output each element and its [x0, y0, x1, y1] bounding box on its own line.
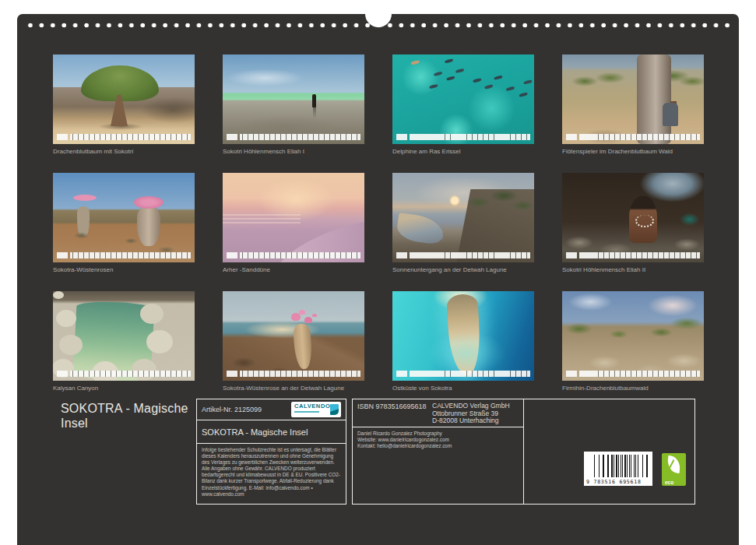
thumbnail-image-rose-lagoon	[223, 291, 364, 381]
calvendo-logo-icon	[330, 404, 339, 415]
photo-detail	[562, 54, 704, 144]
thumbnail-image-east-coast	[392, 291, 534, 381]
thumbnail-caption: Kalysan Canyon	[53, 385, 195, 392]
isbn-number: ISBN 9783516695618	[357, 403, 432, 424]
mini-calendar-strip	[566, 134, 700, 140]
calendar-page-thumbnail: Drachenblutbaum mit Sokotri	[53, 54, 195, 155]
thumbnail-image-tidal-flat	[223, 54, 364, 144]
mini-calendar-strip	[566, 371, 700, 377]
article-number-row: Artikel-Nr. 2125099 CALVENDO	[197, 399, 346, 420]
calvendo-logo: CALVENDO	[291, 402, 341, 417]
thumbnail-image-flute-player	[562, 54, 704, 144]
photo-detail	[562, 291, 704, 381]
photo-detail	[223, 54, 364, 144]
publisher-box: ISBN 9783516695618 CALVENDO Verlag GmbH …	[352, 399, 695, 505]
thumbnail-caption: Sokotri Höhlenmensch Eliah II	[562, 266, 704, 273]
photo-detail	[392, 54, 402, 57]
eco-label: eco	[665, 480, 673, 485]
thumbnail-image-desert-roses	[53, 173, 195, 262]
mini-calendar-strip	[227, 252, 360, 258]
product-title-row: SOKOTRA - Magische Insel	[197, 420, 346, 444]
legal-notice: Infolge bestehender Schutzrechte ist es …	[197, 444, 346, 501]
publisher-address: CALVENDO Verlag GmbH Ottobrunner Straße …	[432, 403, 510, 424]
calendar-page-thumbnail: Sokotri Höhlenmensch Eliah II	[562, 173, 704, 273]
thumbnail-caption: Sokotra-Wüstenrose an der Detwah Lagune	[223, 385, 364, 392]
thumbnail-image-sand-dune	[223, 173, 364, 262]
thumbnail-caption: Drachenblutbaum mit Sokotri	[53, 148, 195, 155]
mini-calendar-strip	[396, 134, 530, 140]
mini-calendar-strip	[566, 252, 700, 258]
photo-detail	[98, 123, 143, 130]
photographer-website: Website: www.danielricardogonzalez.com	[357, 437, 449, 442]
photo-detail	[562, 173, 704, 262]
photo-detail	[392, 173, 534, 262]
calendar-title: SOKOTRA - Magische Insel	[61, 401, 188, 431]
thumbnail-caption: Delphine am Ras Erissel	[392, 148, 534, 155]
photographer-info: Daniel Ricardo Gonzalez Photography Webs…	[353, 427, 523, 452]
eco-badge: eco	[662, 453, 686, 486]
thumbnail-caption: Sokotra-Wüstenrosen	[53, 266, 195, 273]
thumbnail-grid: Drachenblutbaum mit Sokotri Sokotri Höhl…	[53, 54, 704, 392]
barcode-digits: 9 783516 695618	[586, 479, 652, 485]
article-number: Artikel-Nr. 2125099	[202, 406, 262, 413]
calendar-page-thumbnail: Delphine am Ras Erissel	[392, 54, 534, 155]
barcode-bars	[594, 455, 649, 477]
calendar-title-line-1: SOKOTRA - Magische	[61, 402, 188, 415]
photo-detail	[53, 291, 195, 381]
mini-calendar-strip	[57, 252, 191, 258]
calendar-page-thumbnail: Sokotra-Wüstenrose an der Detwah Lagune	[223, 291, 364, 392]
photo-detail	[223, 173, 364, 262]
mini-calendar-strip	[396, 252, 530, 258]
product-title: SOKOTRA - Magische Insel	[202, 427, 308, 437]
thumbnail-caption: Firmihin-Drachenblutbaumwald	[562, 385, 704, 392]
calendar-title-line-2: Insel	[61, 417, 88, 430]
product-info-box: Artikel-Nr. 2125099 CALVENDO SOKOTRA - M…	[196, 399, 346, 505]
thumbnail-caption: Flötenspieler im Drachenblutbaum Wald	[562, 148, 704, 155]
mini-calendar-strip	[227, 371, 360, 377]
mini-calendar-strip	[57, 134, 191, 140]
thumbnail-image-cave-man	[562, 173, 704, 262]
calendar-page-thumbnail: Sokotra-Wüstenrosen	[53, 173, 195, 273]
calendar-page-thumbnail: Sokotri Höhlenmensch Eliah I	[223, 54, 364, 155]
calendar-page-thumbnail: Sonnenuntergang an der Detwah Lagune	[392, 173, 534, 273]
calendar-back-cover: Drachenblutbaum mit Sokotri Sokotri Höhl…	[17, 14, 739, 545]
publisher-address-line-2: Ottobrunner Straße 39	[432, 410, 498, 417]
photo-detail	[53, 173, 195, 262]
mini-calendar-strip	[57, 371, 191, 377]
mini-calendar-strip	[396, 371, 530, 377]
calvendo-tagline-bar	[294, 411, 319, 413]
calendar-page-thumbnail: Flötenspieler im Drachenblutbaum Wald	[562, 54, 704, 155]
thumbnail-caption: Arher -Sanddüne	[223, 266, 364, 273]
thumbnail-caption: Sokotri Höhlenmensch Eliah I	[223, 148, 364, 155]
thumbnail-image-dragon-tree	[53, 54, 195, 144]
publisher-address-line-3: D-82008 Unterhaching	[432, 417, 499, 424]
publisher-address-line-1: CALVENDO Verlag GmbH	[432, 402, 510, 410]
barcode-cell: 9 783516 695618 eco	[524, 399, 694, 504]
calendar-page-thumbnail: Firmihin-Drachenblutbaumwald	[562, 291, 704, 392]
thumbnail-caption: Ostküste von Sokotra	[392, 385, 534, 392]
isbn-row: ISBN 9783516695618 CALVENDO Verlag GmbH …	[353, 399, 523, 427]
photographer-name: Daniel Ricardo Gonzalez Photography	[357, 431, 442, 436]
photo-detail	[392, 291, 534, 381]
calendar-page-thumbnail: Kalysan Canyon	[53, 291, 195, 392]
thumbnail-image-canyon-pools	[53, 291, 195, 381]
thumbnail-image-lagoon-sunset	[392, 173, 534, 262]
thumbnail-image-dolphins	[392, 54, 534, 144]
calendar-page-thumbnail: Ostküste von Sokotra	[392, 291, 534, 392]
thumbnail-caption: Sonnenuntergang an der Detwah Lagune	[392, 266, 534, 273]
isbn-barcode: 9 783516 695618	[584, 452, 652, 486]
photo-detail	[223, 291, 364, 381]
calendar-page-thumbnail: Arher -Sanddüne	[223, 173, 364, 273]
mini-calendar-strip	[227, 134, 360, 140]
photographer-contact: Kontakt: hello@danielricardogonzalez.com	[357, 443, 452, 448]
hanger-hole	[365, 1, 392, 27]
publisher-info-cell: ISBN 9783516695618 CALVENDO Verlag GmbH …	[353, 399, 524, 504]
thumbnail-image-dragon-forest	[562, 291, 704, 381]
